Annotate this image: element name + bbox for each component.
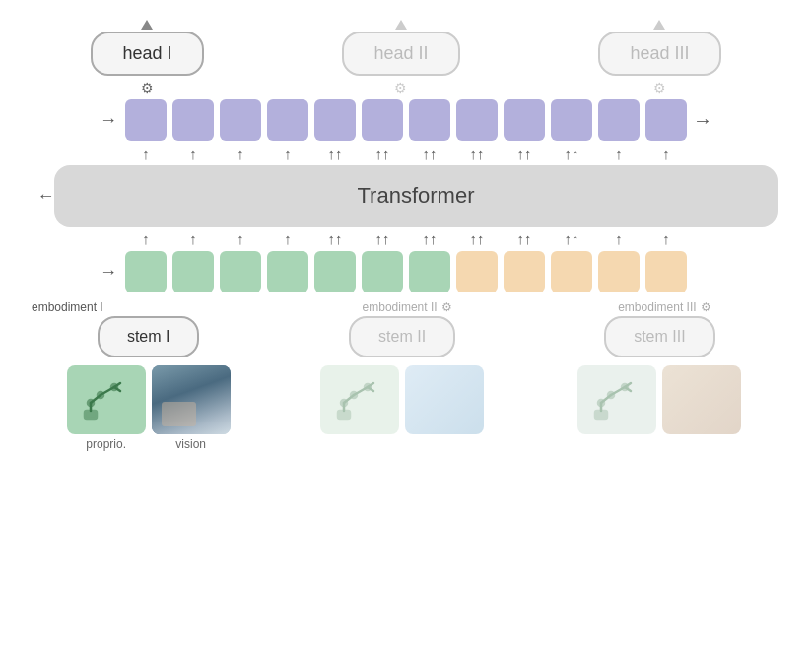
- arrow-cell: ↑: [172, 145, 214, 162]
- arrows-above-input: ↑ ↑ ↑ ↑ ↑↑ ↑↑ ↑↑ ↑↑ ↑↑ ↑↑ ↑ ↑: [22, 230, 790, 247]
- purple-token: [409, 99, 450, 141]
- wood-bg: [662, 365, 741, 434]
- arrow-cell: ↑↑: [456, 145, 498, 162]
- green-token: [362, 251, 403, 292]
- embodiment-ii-switch-icon: ⚙: [441, 300, 452, 314]
- svg-point-13: [341, 400, 347, 406]
- purple-token: [362, 99, 403, 141]
- arrow-cell: ↑↑: [504, 230, 545, 247]
- svg-point-26: [622, 384, 628, 390]
- head-ii-arrow: [395, 20, 407, 30]
- robot-arm-icon: [77, 373, 136, 427]
- input-left-arrow: →: [100, 262, 119, 283]
- embodiment-ii-label-row: embodiment II ⚙: [353, 300, 452, 314]
- arrow-cell: ↑↑: [362, 145, 403, 162]
- arrow-cell: ↑↑: [551, 145, 592, 162]
- arrow-cell: ↑: [267, 230, 308, 247]
- purple-token: [598, 99, 640, 141]
- peach-token: [551, 251, 592, 292]
- purple-token: [551, 99, 592, 141]
- svg-point-22: [598, 400, 604, 406]
- green-token: [172, 251, 214, 292]
- transformer-row: ← Transformer: [22, 163, 790, 228]
- svg-point-4: [88, 400, 94, 406]
- arrow-cell: ↑: [172, 230, 214, 247]
- transformer-left-arrow: ←: [34, 186, 54, 207]
- green-token: [267, 251, 308, 292]
- embodiment-ii-label: embodiment II: [363, 300, 438, 314]
- svg-point-17: [365, 384, 371, 390]
- head-ii-group: head II ⚙: [342, 20, 459, 96]
- arrow-cell: ↑↑: [362, 230, 403, 247]
- embodiment-iii-switch-icon: ⚙: [701, 300, 711, 314]
- transformer-box: Transformer: [54, 165, 777, 227]
- head-iii-group: head III ⚙: [598, 20, 720, 96]
- embodiment-i-images: proprio. vision: [67, 365, 231, 451]
- embodiment-i-col: embodiment I stem I: [22, 300, 275, 451]
- embodiments-section: embodiment I stem I: [22, 300, 790, 451]
- vision-ii-tile: [405, 365, 484, 434]
- left-arrow-icon: →: [100, 110, 119, 131]
- purple-token: [172, 99, 214, 141]
- head-ii-switch: ⚙: [394, 80, 407, 96]
- head-ii-box: head II: [342, 32, 459, 76]
- purple-token: [314, 99, 356, 141]
- embodiment-ii-col: embodiment II ⚙ stem II: [275, 300, 528, 451]
- arrow-cell: ↑↑: [409, 230, 450, 247]
- right-arrow-icon: →: [693, 109, 712, 132]
- proprio-iii-tile: [577, 365, 656, 434]
- robot-arm-ii-icon: [330, 373, 389, 427]
- input-tokens-row: →: [22, 251, 790, 292]
- arrow-cell: ↑↑: [504, 145, 545, 162]
- arrow-cell: ↑: [125, 230, 167, 247]
- head-iii-switch: ⚙: [653, 80, 666, 96]
- arrow-cell: ↑: [598, 145, 640, 162]
- embodiment-i-label: embodiment I: [22, 300, 103, 314]
- vision-tile: [152, 365, 231, 434]
- peach-token: [645, 251, 687, 292]
- purple-token: [504, 99, 545, 141]
- proprio-tile-group: proprio.: [67, 365, 146, 451]
- arrow-cell: ↑↑: [314, 145, 356, 162]
- vision-label: vision: [175, 437, 206, 451]
- heads-row: head I ⚙ head II ⚙ head III ⚙: [22, 20, 790, 96]
- embodiment-iii-col: embodiment III ⚙ stem III: [529, 300, 790, 451]
- embodiment-iii-label: embodiment III: [618, 300, 696, 314]
- head-iii-box: head III: [598, 32, 720, 76]
- arrow-cell: ↑: [220, 230, 261, 247]
- stem-i-box: stem I: [98, 316, 200, 358]
- green-token: [220, 251, 261, 292]
- purple-token: [456, 99, 498, 141]
- head-i-box: head I: [91, 32, 203, 76]
- arrow-cell: ↑: [645, 145, 687, 162]
- arrow-cell: ↑: [598, 230, 640, 247]
- peach-token: [504, 251, 545, 292]
- svg-point-14: [351, 392, 357, 398]
- green-token: [409, 251, 450, 292]
- head-i-arrow: [141, 20, 153, 30]
- diagram: head I ⚙ head II ⚙ head III ⚙ →: [12, 10, 800, 640]
- arrow-cell: ↑: [125, 145, 167, 162]
- arrows-below-purple: ↑ ↑ ↑ ↑ ↑↑ ↑↑ ↑↑ ↑↑ ↑↑ ↑↑ ↑ ↑: [22, 145, 790, 162]
- peach-token: [456, 251, 498, 292]
- scatter-bg: [405, 365, 484, 434]
- arrow-cell: ↑↑: [551, 230, 592, 247]
- embodiment-ii-images: [320, 365, 484, 434]
- photo-surface: [162, 402, 196, 426]
- svg-point-23: [608, 392, 614, 398]
- green-token: [314, 251, 356, 292]
- purple-token: [220, 99, 261, 141]
- arrow-cell: ↑↑: [409, 145, 450, 162]
- purple-token: [125, 99, 167, 141]
- arrow-cell: ↑↑: [314, 230, 356, 247]
- purple-token: [267, 99, 308, 141]
- robot-arm-iii-icon: [587, 373, 646, 427]
- stem-iii-box: stem III: [604, 316, 714, 358]
- purple-token: [645, 99, 687, 141]
- embodiment-iii-images: [577, 365, 741, 434]
- head-iii-arrow: [653, 20, 665, 30]
- peach-token: [598, 251, 640, 292]
- head-i-group: head I ⚙: [91, 20, 203, 96]
- green-token: [125, 251, 167, 292]
- arrow-cell: ↑: [220, 145, 261, 162]
